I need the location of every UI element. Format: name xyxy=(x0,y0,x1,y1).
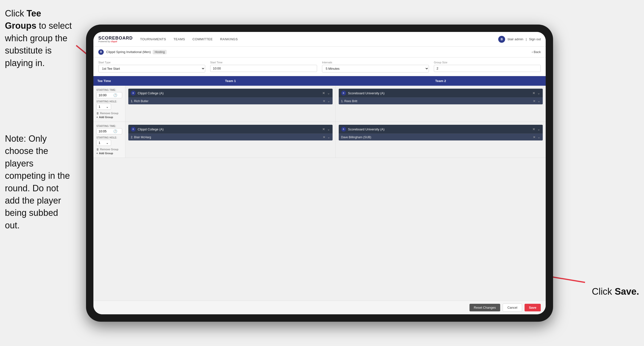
hole-input-2[interactable]: ⌄ xyxy=(96,140,111,146)
col-team2: Team 2 xyxy=(336,76,546,86)
back-button[interactable]: ‹ Back xyxy=(532,50,541,54)
breadcrumb-icon: B xyxy=(98,49,104,55)
player-name-t2-2: Dave Billingham (SUB) xyxy=(341,136,533,139)
note-label: Note: xyxy=(5,134,28,144)
expand-icon-t1-2[interactable]: ⌄ xyxy=(327,127,330,131)
tablet-screen: SCOREBOARD Powered by clippd TOURNAMENTS… xyxy=(94,32,546,314)
close-icon-t1-2[interactable]: ✕ xyxy=(322,127,325,131)
hole-label-1: STARTING HOLE: xyxy=(96,100,122,103)
team2-col-1: B Scoreboard University (A) ✕ ⌄ 1. Rees … xyxy=(336,86,546,122)
remove-group-btn-1[interactable]: 🗑 Remove Group xyxy=(96,112,122,115)
tee-time-value-1[interactable] xyxy=(98,93,113,97)
note-text: Note: Only choose the players competing … xyxy=(0,133,79,232)
group-size-input[interactable] xyxy=(434,65,541,72)
team2-header-2: B Scoreboard University (A) ✕ ⌄ xyxy=(339,125,543,134)
trash-icon-1: 🗑 xyxy=(96,112,99,115)
close-icon-p-t1-2[interactable]: ✕ xyxy=(323,135,326,139)
reset-changes-button[interactable]: Reset Changes xyxy=(470,304,500,311)
close-icon-p-t1-1[interactable]: ✕ xyxy=(323,99,326,103)
close-icon-t2-1[interactable]: ✕ xyxy=(532,91,535,95)
sign-out-link[interactable]: Sign out xyxy=(529,37,541,41)
team2-icon-2: B xyxy=(341,127,346,132)
chevron-icon-p-t2-1[interactable]: ⌄ xyxy=(538,99,540,103)
cancel-button[interactable]: Cancel xyxy=(503,304,522,312)
group-size-label: Group Size xyxy=(434,61,541,64)
chevron-icon-p-t1-2[interactable]: ⌄ xyxy=(328,135,330,139)
chevron-icon-p-t1-1[interactable]: ⌄ xyxy=(328,99,330,103)
player-row-t1-2: 2. Blair McHarg ✕ ⌄ xyxy=(128,134,332,140)
nav-teams[interactable]: TEAMS xyxy=(174,37,185,41)
settings-row: Start Type 1st Tee Start Start Time Inte… xyxy=(94,57,546,76)
breadcrumb-bar: B Clippd Spring Invitational (Men) Hosti… xyxy=(94,47,546,57)
team1-col-2: B Clippd College (A) ✕ ⌄ 2. Blair McHarg xyxy=(125,122,336,158)
team1-card-2: B Clippd College (A) ✕ ⌄ 2. Blair McHarg xyxy=(128,125,332,140)
intervals-select[interactable]: 5 Minutes xyxy=(322,65,429,72)
start-time-input[interactable] xyxy=(210,65,317,72)
group-row-2: STARTING TIME: 🕐 STARTING HOLE: ⌄ 🗑 Remo… xyxy=(94,122,546,158)
team2-name-2: Scoreboard University (A) xyxy=(348,127,533,131)
start-time-label: Start Time xyxy=(210,61,317,64)
player-name-t1-2: 2. Blair McHarg xyxy=(131,136,323,139)
hole-value-1[interactable] xyxy=(98,105,106,108)
nav-tournaments[interactable]: TOURNAMENTS xyxy=(140,37,166,41)
team1-icon-1: B xyxy=(131,91,136,95)
team1-card-1: B Clippd College (A) ✕ ⌄ 1. Rich Butler xyxy=(128,89,332,104)
logo-scoreboard: SCOREBOARD xyxy=(98,36,133,41)
main-content: STARTING TIME: 🕐 STARTING HOLE: ⌄ 🗑 Remo… xyxy=(94,86,546,301)
team1-name-1: Clippd College (A) xyxy=(138,91,322,95)
tee-time-value-2[interactable] xyxy=(98,129,113,133)
expand-icon-t2-1[interactable]: ⌄ xyxy=(537,91,540,95)
team1-name-2: Clippd College (A) xyxy=(138,127,322,131)
tee-time-input-1[interactable]: 🕐 xyxy=(96,92,122,98)
tournament-name: Clippd Spring Invitational xyxy=(106,50,142,54)
intervals-label: Intervals xyxy=(322,61,429,64)
chevron-icon-p-t2-2[interactable]: ⌄ xyxy=(538,135,540,139)
nav-links: TOURNAMENTS TEAMS COMMITTEE RANKINGS xyxy=(140,37,498,41)
start-type-select[interactable]: 1st Tee Start xyxy=(98,65,205,72)
hole-input-1[interactable]: ⌄ xyxy=(96,104,111,110)
team2-name-1: Scoreboard University (A) xyxy=(348,91,533,95)
clock-icon-1: 🕐 xyxy=(113,93,117,97)
start-type-label: Start Type xyxy=(98,61,205,64)
trash-icon-2: 🗑 xyxy=(96,148,99,151)
group-size-field: Group Size xyxy=(434,61,541,72)
team2-actions-1: ✕ ⌄ xyxy=(532,91,540,95)
plus-icon-2: + xyxy=(96,152,98,155)
hole-value-2[interactable] xyxy=(98,141,106,145)
player-actions-t2-2: ✕ ⌄ xyxy=(533,135,540,139)
starting-time-label-2: STARTING TIME: xyxy=(96,125,122,127)
user-name: blair admin xyxy=(508,37,523,41)
col-tee-time: Tee Time xyxy=(94,76,125,86)
team1-col-1: B Clippd College (A) ✕ ⌄ 1. Rich Butler xyxy=(125,86,336,122)
add-group-btn-1[interactable]: + Add Group xyxy=(96,116,122,119)
intervals-field: Intervals 5 Minutes xyxy=(322,61,429,72)
nav-committee[interactable]: COMMITTEE xyxy=(192,37,213,41)
instruction-line1: Click xyxy=(5,8,26,18)
add-group-btn-2[interactable]: + Add Group xyxy=(96,152,122,155)
chevron-icon-1: ⌄ xyxy=(106,105,109,108)
nav-right: B blair admin | Sign out xyxy=(498,36,541,43)
close-icon-t1-1[interactable]: ✕ xyxy=(322,91,325,95)
remove-group-btn-2[interactable]: 🗑 Remove Group xyxy=(96,148,122,151)
col-team1: Team 1 xyxy=(125,76,336,86)
nav-rankings[interactable]: RANKINGS xyxy=(220,37,238,41)
remove-group-label-1: Remove Group xyxy=(100,112,118,115)
add-group-label-1: Add Group xyxy=(99,116,113,119)
tee-col-2: STARTING TIME: 🕐 STARTING HOLE: ⌄ 🗑 Remo… xyxy=(94,122,125,158)
close-icon-t2-2[interactable]: ✕ xyxy=(532,127,535,131)
navbar: SCOREBOARD Powered by clippd TOURNAMENTS… xyxy=(94,32,546,47)
tee-time-input-2[interactable]: 🕐 xyxy=(96,128,122,134)
team1-header-2: B Clippd College (A) ✕ ⌄ xyxy=(128,125,332,134)
hosting-badge: Hosting xyxy=(153,50,167,54)
save-bold: Save. xyxy=(615,286,639,297)
team2-icon-1: B xyxy=(341,91,346,95)
player-row-t2-2: Dave Billingham (SUB) ✕ ⌄ xyxy=(339,134,543,140)
team2-card-2: B Scoreboard University (A) ✕ ⌄ Dave Bil… xyxy=(339,125,543,140)
close-icon-p-t2-1[interactable]: ✕ xyxy=(533,99,536,103)
player-name-t1-1: 1. Rich Butler xyxy=(131,99,323,103)
team1-actions-1: ✕ ⌄ xyxy=(322,91,330,95)
save-button[interactable]: Save xyxy=(524,304,541,311)
expand-icon-t1-1[interactable]: ⌄ xyxy=(327,91,330,95)
close-icon-p-t2-2[interactable]: ✕ xyxy=(533,135,536,139)
expand-icon-t2-2[interactable]: ⌄ xyxy=(537,127,540,131)
